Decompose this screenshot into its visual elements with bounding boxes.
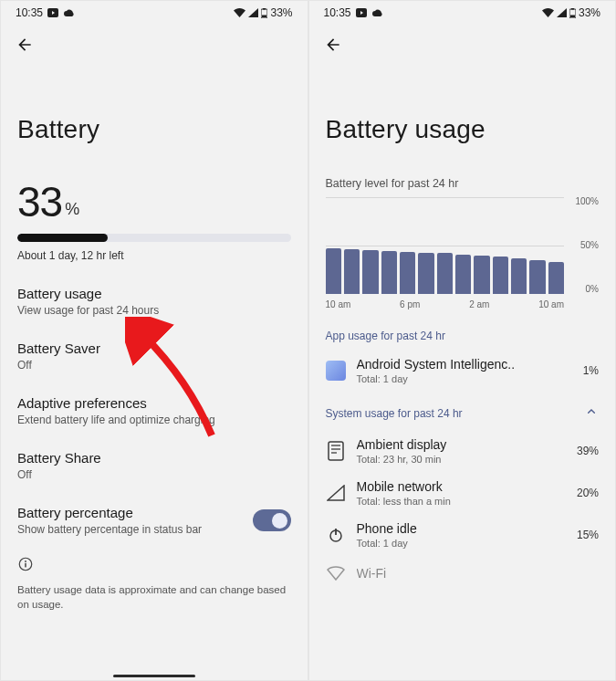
setting-title: Battery usage xyxy=(17,286,291,301)
chart-bar xyxy=(400,252,415,294)
chart-subhead: Battery level for past 24 hr xyxy=(326,177,600,190)
app-icon xyxy=(326,361,346,381)
battery-footnote: Battery usage data is approximate and ca… xyxy=(17,583,291,612)
chart-bar xyxy=(529,260,545,294)
setting-title: Battery Share xyxy=(17,450,291,466)
back-button[interactable] xyxy=(324,32,342,60)
status-battery-pct: 33% xyxy=(579,6,600,19)
wifi-usage-icon xyxy=(326,563,346,583)
battery-level-chart: 100% 50% 0% 10 am 6 pm 2 am 10 am xyxy=(326,197,600,309)
usage-percent: 1% xyxy=(583,364,599,377)
youtube-icon xyxy=(356,8,367,17)
battery-estimate: About 1 day, 12 hr left xyxy=(17,249,291,262)
arrow-back-icon xyxy=(16,36,34,54)
battery-usage-screen: 10:35 33% Battery usage Battery level fo… xyxy=(308,0,617,681)
usage-title: Android System Intelligenc.. xyxy=(357,357,572,372)
chart-bar xyxy=(511,258,527,294)
svg-point-5 xyxy=(25,561,26,562)
cloud-icon xyxy=(371,9,383,17)
usage-subtitle: Total: 1 day xyxy=(357,538,566,549)
status-bar: 10:35 33% xyxy=(1,1,308,23)
chart-bar xyxy=(344,249,360,294)
setting-subtitle: Show battery percentage in status bar xyxy=(17,523,253,536)
youtube-icon xyxy=(47,8,58,17)
chart-bar xyxy=(548,262,564,294)
adaptive-preferences-item[interactable]: Adaptive preferences Extend battery life… xyxy=(17,395,291,426)
svg-rect-9 xyxy=(571,8,574,10)
svg-rect-10 xyxy=(570,15,575,17)
status-battery-pct: 33% xyxy=(270,6,292,19)
chart-y-axis: 100% 50% 0% xyxy=(568,197,599,294)
page-title: Battery xyxy=(17,115,291,144)
usage-title: Ambient display xyxy=(357,437,566,452)
system-usage-item[interactable]: Phone idle Total: 1 day 15% xyxy=(326,521,600,549)
status-time: 10:35 xyxy=(16,6,43,19)
battery-settings-screen: 10:35 33% Battery xyxy=(0,0,308,681)
chart-bar xyxy=(418,253,433,294)
toggle-knob xyxy=(272,513,287,529)
battery-progress-fill xyxy=(17,234,108,242)
setting-subtitle: Extend battery life and optimize chargin… xyxy=(17,414,291,426)
usage-percent: 15% xyxy=(577,529,599,541)
ambient-display-icon xyxy=(326,441,346,461)
usage-percent: 20% xyxy=(577,487,599,499)
signal-triangle-icon xyxy=(326,483,346,503)
battery-icon xyxy=(261,8,267,18)
setting-subtitle: View usage for past 24 hours xyxy=(17,304,291,317)
chart-bar xyxy=(362,250,378,294)
info-icon xyxy=(17,560,34,575)
battery-percent-value: 33 xyxy=(17,177,62,226)
svg-rect-3 xyxy=(262,15,266,17)
battery-progress-bar xyxy=(17,234,291,242)
chart-bar xyxy=(326,248,341,294)
usage-percent: 39% xyxy=(577,445,599,457)
battery-usage-item[interactable]: Battery usage View usage for past 24 hou… xyxy=(17,286,291,317)
wifi-icon xyxy=(234,8,245,17)
svg-rect-2 xyxy=(263,8,266,10)
system-usage-item[interactable]: Wi-Fi xyxy=(326,563,600,583)
svg-rect-6 xyxy=(25,563,26,568)
nav-pill[interactable] xyxy=(113,675,195,677)
usage-title: Phone idle xyxy=(357,521,566,536)
chevron-up-icon xyxy=(584,404,599,423)
setting-title: Adaptive preferences xyxy=(17,395,291,411)
chart-bar xyxy=(437,253,453,294)
usage-subtitle: Total: 23 hr, 30 min xyxy=(357,454,566,465)
setting-subtitle: Off xyxy=(17,468,291,481)
usage-title: Wi-Fi xyxy=(357,566,600,581)
chart-bar xyxy=(381,251,397,294)
system-usage-label: System usage for past 24 hr xyxy=(326,407,463,420)
back-button[interactable] xyxy=(16,32,34,60)
chart-bar xyxy=(493,257,508,294)
system-usage-header[interactable]: System usage for past 24 hr xyxy=(326,404,600,423)
power-icon xyxy=(326,525,346,545)
usage-subtitle: Total: less than a min xyxy=(357,496,566,507)
usage-subtitle: Total: 1 day xyxy=(357,373,572,384)
wifi-icon xyxy=(542,8,554,17)
system-usage-item[interactable]: Ambient display Total: 23 hr, 30 min 39% xyxy=(326,437,600,465)
page-title: Battery usage xyxy=(326,115,600,144)
svg-rect-11 xyxy=(329,442,343,460)
battery-icon xyxy=(569,8,576,18)
chart-x-axis: 10 am 6 pm 2 am 10 am xyxy=(326,299,600,309)
chart-bar xyxy=(474,256,489,294)
usage-title: Mobile network xyxy=(357,479,566,494)
cloud-icon xyxy=(63,9,75,17)
chart-bars xyxy=(326,197,565,294)
setting-subtitle: Off xyxy=(17,359,291,372)
battery-percentage-item[interactable]: Battery percentage Show battery percenta… xyxy=(17,505,291,536)
app-usage-item[interactable]: Android System Intelligenc.. Total: 1 da… xyxy=(326,357,600,384)
percent-symbol: % xyxy=(65,200,79,219)
battery-saver-item[interactable]: Battery Saver Off xyxy=(17,340,291,372)
app-usage-label: App usage for past 24 hr xyxy=(326,330,600,342)
battery-share-item[interactable]: Battery Share Off xyxy=(17,450,291,481)
status-time: 10:35 xyxy=(324,6,351,19)
battery-percentage-toggle[interactable] xyxy=(253,509,291,531)
setting-title: Battery percentage xyxy=(17,505,253,520)
battery-percent-display: 33 % xyxy=(17,177,291,226)
chart-bar xyxy=(455,255,471,294)
setting-title: Battery Saver xyxy=(17,340,291,356)
system-usage-item[interactable]: Mobile network Total: less than a min 20… xyxy=(326,479,600,507)
signal-icon xyxy=(557,8,567,17)
status-bar: 10:35 33% xyxy=(309,1,616,23)
